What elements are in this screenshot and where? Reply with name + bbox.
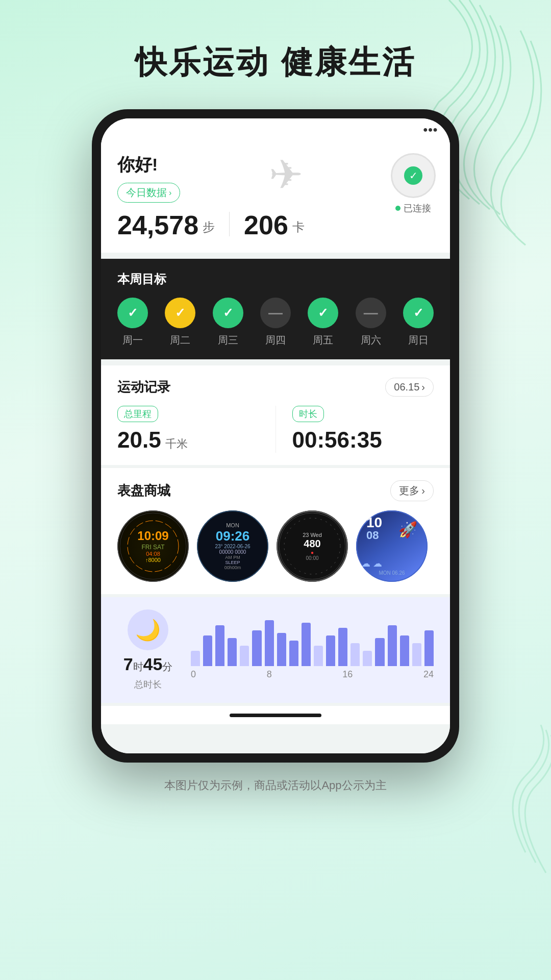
watch-face-1[interactable]: 10:09 FRI SAT 04:08 ↑8000 bbox=[117, 510, 189, 582]
moon-icon: 🌙 bbox=[135, 618, 161, 642]
sleep-axis-8: 8 bbox=[267, 669, 272, 680]
sleep-bar bbox=[350, 643, 360, 666]
steps-stat: 24,578 步 bbox=[117, 212, 215, 238]
connected-text: 已连接 bbox=[404, 202, 431, 214]
weekly-goals-title: 本周目标 bbox=[117, 271, 434, 287]
sleep-bar bbox=[289, 641, 298, 666]
home-indicator bbox=[101, 706, 450, 724]
header-section: ✈ 你好! 今日数据 › 24,578 步 206 卡 bbox=[101, 141, 450, 253]
check-icon-monday: ✓ bbox=[128, 306, 138, 320]
distance-value-row: 20.5 千米 bbox=[117, 427, 259, 453]
watch-store-header: 表盘商城 更多 › bbox=[117, 480, 434, 501]
sleep-hours: 7 bbox=[123, 654, 133, 674]
watch-store-more-button[interactable]: 更多 › bbox=[390, 480, 434, 501]
exercise-stats: 总里程 20.5 千米 时长 00:56:35 bbox=[117, 406, 434, 453]
calories-value: 206 bbox=[244, 212, 288, 238]
minus-icon-saturday: — bbox=[364, 305, 378, 321]
sleep-axis-24: 24 bbox=[423, 669, 434, 680]
sleep-bar bbox=[228, 638, 237, 666]
minus-icon-thursday: — bbox=[268, 305, 283, 321]
sleep-bar bbox=[240, 646, 249, 666]
sleep-bar bbox=[375, 638, 384, 666]
day-label-monday: 周一 bbox=[122, 333, 143, 347]
sleep-bar bbox=[363, 651, 372, 666]
day-label-tuesday: 周二 bbox=[170, 333, 190, 347]
calories-unit: 卡 bbox=[292, 219, 305, 235]
sleep-bar bbox=[338, 628, 347, 666]
sleep-bar bbox=[265, 620, 274, 666]
sleep-axis-0: 0 bbox=[191, 669, 196, 680]
sleep-minutes-unit: 分 bbox=[162, 661, 172, 672]
connected-dot-icon bbox=[395, 206, 400, 211]
watch-container[interactable]: ✓ 已连接 bbox=[391, 153, 436, 214]
steps-unit: 步 bbox=[203, 219, 215, 235]
sleep-bar bbox=[277, 633, 286, 666]
sleep-bar bbox=[203, 635, 212, 666]
day-label-saturday: 周六 bbox=[361, 333, 381, 347]
watch-face-3[interactable]: 23 Wed 480 ● 00:00 bbox=[277, 510, 348, 582]
more-label: 更多 bbox=[399, 484, 419, 498]
distance-stat: 总里程 20.5 千米 bbox=[117, 406, 276, 453]
sleep-hours-unit: 时 bbox=[133, 661, 143, 672]
watch-face-2[interactable]: MON 09:26 23° 2022-06-26 00000 0000 AM P… bbox=[197, 510, 268, 582]
days-row: ✓ 周一 ✓ 周二 ✓ 周三 bbox=[117, 298, 434, 347]
sleep-bar bbox=[314, 646, 323, 666]
today-data-label: 今日数据 bbox=[126, 186, 167, 200]
day-item-tuesday: ✓ 周二 bbox=[165, 298, 195, 347]
sleep-left: 🌙 7时45分 总时长 bbox=[117, 609, 179, 691]
sleep-bar bbox=[400, 635, 409, 666]
sleep-bar bbox=[252, 630, 261, 666]
day-circle-monday: ✓ bbox=[117, 298, 148, 328]
watch-check-icon: ✓ bbox=[404, 166, 422, 185]
stats-row: 24,578 步 206 卡 bbox=[117, 212, 434, 238]
distance-label: 总里程 bbox=[117, 406, 158, 422]
app-content: ✈ 你好! 今日数据 › 24,578 步 206 卡 bbox=[101, 141, 450, 753]
sleep-bar bbox=[388, 625, 397, 666]
sleep-chart bbox=[191, 620, 434, 666]
day-label-friday: 周五 bbox=[313, 333, 333, 347]
check-icon-wednesday: ✓ bbox=[223, 306, 233, 320]
distance-value: 20.5 bbox=[117, 427, 161, 452]
weekly-goals-section: 本周目标 ✓ 周一 ✓ 周二 bbox=[101, 259, 450, 359]
today-data-button[interactable]: 今日数据 › bbox=[117, 183, 180, 203]
sleep-bar bbox=[412, 643, 421, 666]
day-circle-friday: ✓ bbox=[308, 298, 338, 328]
watch-store-title: 表盘商城 bbox=[117, 482, 170, 500]
chevron-right-icon-exercise: › bbox=[421, 381, 425, 393]
sleep-time: 7时45分 bbox=[123, 654, 173, 674]
check-icon-tuesday: ✓ bbox=[175, 306, 185, 320]
day-circle-saturday: — bbox=[356, 298, 386, 328]
day-item-sunday: ✓ 周日 bbox=[403, 298, 434, 347]
stats-divider bbox=[229, 212, 230, 236]
duration-value-row: 00:56:35 bbox=[292, 427, 434, 453]
check-icon-sunday: ✓ bbox=[413, 306, 423, 320]
distance-unit: 千米 bbox=[165, 437, 188, 450]
sleep-label: 总时长 bbox=[134, 678, 162, 691]
greeting-text: 你好! bbox=[117, 153, 434, 177]
sleep-axis: 0 8 16 24 bbox=[191, 669, 434, 680]
sleep-bar bbox=[326, 635, 335, 666]
svg-point-1 bbox=[128, 521, 179, 572]
home-bar bbox=[230, 714, 321, 717]
duration-label: 时长 bbox=[292, 406, 324, 422]
watch-face-4[interactable]: 🚀 10 08 ☁ ☁ MON 06.26 bbox=[356, 510, 428, 582]
watch-store-section: 表盘商城 更多 › bbox=[101, 468, 450, 594]
check-icon-friday: ✓ bbox=[318, 306, 328, 320]
exercise-date-badge[interactable]: 06.15 › bbox=[385, 378, 434, 397]
day-circle-sunday: ✓ bbox=[403, 298, 434, 328]
phone-inner: ●●● ✈ 你好! 今日数据 › 24,578 步 bbox=[101, 118, 450, 753]
status-bar: ●●● bbox=[101, 118, 450, 141]
chevron-right-icon-store: › bbox=[421, 485, 425, 497]
exercise-header: 运动记录 06.15 › bbox=[117, 378, 434, 397]
sleep-axis-16: 16 bbox=[342, 669, 353, 680]
phone-mockup: ●●● ✈ 你好! 今日数据 › 24,578 步 bbox=[92, 109, 459, 763]
connected-badge: 已连接 bbox=[391, 202, 436, 214]
day-item-friday: ✓ 周五 bbox=[308, 298, 338, 347]
sleep-chart-container: 0 8 16 24 bbox=[191, 620, 434, 680]
watch-icon: ✓ bbox=[391, 153, 436, 198]
day-label-wednesday: 周三 bbox=[218, 333, 238, 347]
day-label-sunday: 周日 bbox=[408, 333, 429, 347]
day-item-wednesday: ✓ 周三 bbox=[213, 298, 243, 347]
sleep-icon: 🌙 bbox=[128, 609, 168, 650]
sleep-minutes: 45 bbox=[143, 654, 163, 674]
